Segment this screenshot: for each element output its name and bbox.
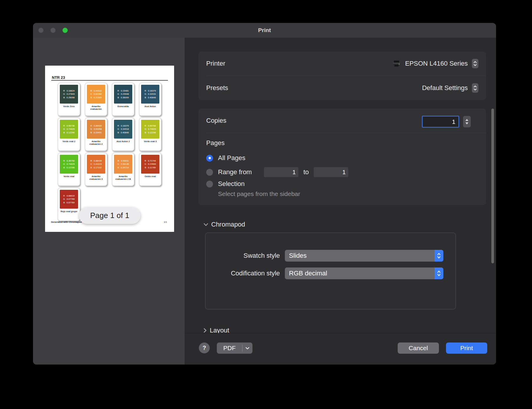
print-label: Print: [460, 345, 473, 352]
presets-label: Presets: [206, 84, 228, 92]
divider: [206, 133, 486, 133]
settings-scroll-area: Printer EPSON L4160 Series: [185, 38, 496, 333]
chromapod-title: Chromapod: [211, 221, 245, 228]
printer-presets-box: Printer EPSON L4160 Series: [199, 51, 486, 100]
swatch-style-dropdown[interactable]: Slides: [285, 250, 443, 262]
range-to-input[interactable]: [314, 167, 348, 177]
swatch-color-block: R0.69768G0.74829B0.12296: [141, 120, 159, 139]
swatch-name: Amarillo evaluación 2 B: [113, 175, 133, 180]
swatch-color-block: R0.88409G0.53358B0.23491: [87, 120, 105, 139]
print-button[interactable]: Print: [446, 343, 487, 354]
swatch-card: R0.15481G0.29948B0.35099 Esmeralda: [112, 83, 134, 116]
swatch-card: R0.71744G0.23583B0.11789 Oxido eval: [139, 153, 161, 186]
popup-chevrons-icon: [434, 267, 443, 279]
swatch-color-block: R0.68619G0.07769B0.07769: [60, 190, 78, 209]
swatch-card: R0.55736G0.74829B0.12296 Verde eval 2: [58, 118, 80, 151]
swatch-color-block: R0.15481G0.29948B0.35099: [114, 85, 132, 104]
codification-style-row: Codification style RGB decimal: [206, 267, 455, 279]
swatch-card: R0.35750G0.74829B0.12296 Verde eval: [58, 153, 80, 186]
range-option[interactable]: Range from to: [206, 167, 348, 177]
chromapod-section-header[interactable]: Chromapod: [204, 221, 245, 228]
codification-style-dropdown[interactable]: RGB decimal: [285, 267, 443, 279]
layout-section-header[interactable]: Layout: [204, 327, 229, 333]
window-title: Print: [258, 27, 271, 34]
swatch-color-block: R0.93011G0.56135B0.24714: [114, 155, 132, 174]
minimize-button[interactable]: [50, 28, 56, 33]
swatch-card: R0.88409G0.53358B0.23491 Amarillo evalua…: [85, 118, 107, 151]
codification-style-label: Codification style: [206, 270, 280, 277]
range-from-input[interactable]: [264, 167, 298, 177]
page-indicator-text: Page 1 of 1: [90, 211, 129, 220]
chromapod-box: Swatch style Slides Codification style: [205, 232, 456, 310]
swatch-card: R0.16379G0.32031B0.40846 Azul Aston: [139, 83, 161, 116]
swatch-color-block: R0.16379G0.32031B0.40846: [141, 85, 159, 104]
swatch-name: Oxido eval: [140, 175, 161, 178]
stepper-down-icon: [465, 122, 469, 124]
preview-pane: NTR 23 R0.18824G0.27843B0.25098 Verde Ze…: [33, 38, 185, 365]
printer-value: EPSON L4160 Series: [405, 60, 468, 67]
pdf-button[interactable]: PDF: [217, 343, 252, 354]
radio-selected-icon: [206, 155, 213, 162]
document-title: NTR 23: [52, 75, 65, 80]
bottom-bar: ? PDF Cancel Print: [185, 333, 496, 365]
swatch-name: Amarillo evaluación: [86, 105, 106, 110]
layout-title: Layout: [210, 327, 229, 333]
chevron-down-icon: [204, 223, 208, 226]
title-rule: [51, 80, 168, 81]
pages-label: Pages: [206, 139, 224, 147]
swatch-color-block: R0.16379G0.34918B0.40846: [114, 120, 132, 139]
scrollbar-thumb[interactable]: [491, 109, 494, 263]
cancel-button[interactable]: Cancel: [398, 343, 439, 354]
copies-pages-box: Copies Pages All Pages: [199, 109, 486, 205]
swatch-style-row: Swatch style Slides: [206, 250, 455, 262]
copies-stepper[interactable]: [463, 116, 471, 127]
chevron-right-icon: [204, 328, 207, 333]
titlebar: Print: [33, 23, 496, 38]
swatch-name: Verde eval 3: [140, 140, 161, 143]
swatch-card: R0.88409G0.43223B0.17102 Amarillo evalua…: [85, 153, 107, 186]
help-button[interactable]: ?: [199, 343, 210, 353]
settings-pane: Printer EPSON L4160 Series: [185, 38, 496, 365]
swatch-color-block: R0.55736G0.74829B0.12296: [60, 120, 78, 139]
zoom-button[interactable]: [62, 28, 68, 33]
swatch-card: R0.18824G0.27843B0.25098 Verde Zero: [58, 83, 80, 116]
swatch-color-block: R0.71744G0.23583B0.11789: [141, 155, 159, 174]
presets-row: Presets Default Settings: [199, 76, 486, 100]
printer-icon: [392, 60, 401, 67]
popup-chevrons-icon: [434, 250, 443, 262]
swatch-color-block: R0.35750G0.74829B0.12296: [60, 155, 78, 174]
swatch-card: R0.68619G0.07769B0.07769 Rojo eval grupo: [58, 188, 80, 221]
swatch-card: R0.93011G0.56135B0.24714 Amarillo evalua…: [112, 153, 134, 186]
printer-select[interactable]: EPSON L4160 Series: [392, 59, 478, 68]
swatch-name: Verde eval 2: [59, 140, 79, 143]
swatch-card: R0.69768G0.74829B0.12296 Verde eval 3: [139, 118, 161, 151]
swatch-name: Amarillo evaluación 3: [86, 175, 106, 180]
all-pages-label: All Pages: [218, 154, 245, 162]
close-button[interactable]: [38, 28, 44, 33]
pdf-menu-toggle[interactable]: [242, 347, 252, 350]
stepper-icon: [472, 59, 478, 68]
stepper-up-icon: [465, 119, 469, 121]
presets-value: Default Settings: [422, 84, 468, 92]
printer-row: Printer EPSON L4160 Series: [199, 51, 486, 76]
swatch-name: Azul Aston 2: [113, 140, 133, 143]
swatch-name: Verde Zero: [59, 105, 79, 108]
pdf-label: PDF: [217, 345, 242, 352]
selection-option[interactable]: Selection: [206, 180, 245, 188]
screen: Print NTR 23 R0.18824G0.27843B0.25098 Ve…: [0, 0, 532, 409]
swatch-grid: R0.18824G0.27843B0.25098 Verde Zero R0.9…: [58, 83, 161, 221]
radio-unselected-icon: [206, 169, 213, 176]
all-pages-option[interactable]: All Pages: [206, 154, 245, 162]
swatch-card: R0.16379G0.34918B0.40846 Azul Aston 2: [112, 118, 134, 151]
page-fraction: 1/1: [164, 221, 167, 223]
copies-label: Copies: [206, 117, 226, 124]
copies-input[interactable]: [422, 116, 459, 128]
cancel-label: Cancel: [409, 345, 428, 352]
swatch-color-block: R0.88409G0.43223B0.17102: [87, 155, 105, 174]
swatch-name: Esmeralda: [113, 105, 133, 108]
swatch-color-block: R0.18824G0.27843B0.25098: [60, 85, 78, 104]
presets-select[interactable]: Default Settings: [422, 83, 478, 93]
swatch-style-label: Swatch style: [206, 252, 280, 260]
swatch-style-value: Slides: [289, 252, 307, 260]
selection-label: Selection: [218, 180, 245, 188]
